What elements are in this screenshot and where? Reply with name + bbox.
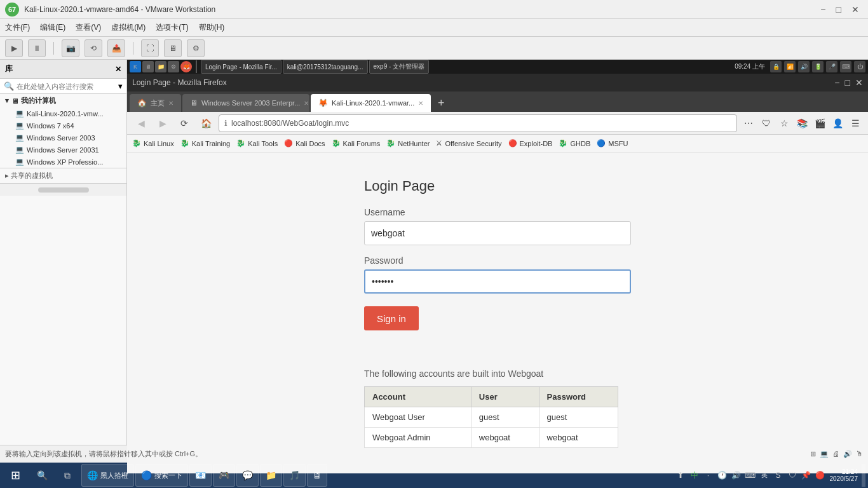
systray-lang[interactable]: 英: [759, 470, 770, 481]
kali-app-terminal[interactable]: kali@20175312taoguang...: [283, 60, 368, 74]
firefox-window-controls[interactable]: − □ ✕: [834, 78, 863, 88]
search-input[interactable]: [17, 83, 116, 90]
reload-button[interactable]: ⟳: [175, 114, 193, 132]
sidebar-item-winxp[interactable]: 💻 Windows XP Professio...: [10, 156, 126, 168]
minimize-icon[interactable]: −: [817, 3, 829, 16]
bookmark-nethunter[interactable]: 🐉 NetHunter: [386, 139, 430, 147]
menu-view[interactable]: 查看(V): [76, 22, 101, 33]
signin-button[interactable]: Sign in: [364, 306, 419, 330]
kali-app-firefox[interactable]: Login Page - Mozilla Fir...: [201, 60, 281, 74]
firefox-minimize-icon[interactable]: −: [834, 78, 839, 88]
kali-icon-1[interactable]: K: [130, 61, 141, 72]
taskbar-item-search[interactable]: 🔵 搜索一下: [135, 464, 188, 487]
tab-winserver[interactable]: 🖥 Windows Server 2003 Enterpr... ✕: [182, 94, 309, 112]
bookmark-msfu[interactable]: 🔵 MSFU: [597, 139, 628, 147]
maximize-icon[interactable]: □: [832, 3, 845, 16]
kali-icon-2[interactable]: 🖥: [142, 61, 154, 72]
kali-systray-lock[interactable]: 🔒: [770, 61, 782, 72]
close-icon[interactable]: ✕: [848, 3, 863, 16]
menu-help[interactable]: 帮助(H): [199, 22, 225, 33]
kali-systray-battery[interactable]: 🔋: [812, 61, 824, 72]
toolbar-settings-btn[interactable]: ⚙: [187, 39, 205, 57]
systray-speaker[interactable]: 🔊: [731, 470, 742, 481]
menu-icon[interactable]: ☰: [848, 116, 863, 131]
back-button[interactable]: ◀: [132, 114, 150, 132]
bookmark-kali-forums[interactable]: 🐉 Kali Forums: [332, 139, 381, 147]
bookmark-kali-docs[interactable]: 🔴 Kali Docs: [284, 139, 325, 147]
taskbar-item-app5[interactable]: 💬: [236, 464, 259, 487]
expand-icon[interactable]: ▾: [5, 97, 9, 105]
cortana-search-icon[interactable]: 🔍: [31, 464, 53, 487]
systray-icon4[interactable]: 🛡: [787, 470, 798, 481]
kali-icon-4[interactable]: ⚙: [168, 61, 179, 72]
kali-systray-audio[interactable]: 🔊: [798, 61, 810, 72]
screenshot-icon[interactable]: 🎬: [812, 116, 827, 131]
systray-show-hidden[interactable]: ⬆: [675, 470, 686, 481]
taskbar-item-app8[interactable]: 🖥: [307, 464, 327, 487]
kali-systray-mic[interactable]: 🎤: [826, 61, 837, 72]
taskbar-item-ie[interactable]: 🌐 黑人拾橙: [81, 464, 134, 487]
win-clock[interactable]: 21:24 2020/5/27: [830, 468, 858, 482]
shield-icon[interactable]: 🛡: [759, 116, 774, 131]
kali-icon-3[interactable]: 📁: [155, 61, 166, 72]
start-button[interactable]: ⊞: [3, 464, 28, 487]
toolbar-send-btn[interactable]: 📤: [107, 39, 125, 57]
toolbar-pause-btn[interactable]: ⏸: [28, 39, 46, 57]
reading-mode-icon[interactable]: 📚: [794, 116, 810, 131]
sidebar-shared-vms[interactable]: ▸ 共享的虚拟机: [0, 168, 126, 183]
tab-home-close[interactable]: ✕: [168, 100, 173, 107]
tab-kali-close[interactable]: ✕: [418, 100, 423, 107]
sidebar-item-ws2003[interactable]: 💻 Windows Server 2003: [10, 132, 126, 144]
bookmark-offensive-security[interactable]: ⚔ Offensive Security: [436, 139, 501, 147]
sidebar-close-icon[interactable]: ✕: [115, 65, 121, 74]
tab-kali[interactable]: 🦊 Kali-Linux-2020.1-vmwar... ✕: [311, 94, 431, 112]
sidebar-scroll[interactable]: [0, 183, 126, 196]
kali-systray-network[interactable]: 📶: [784, 61, 796, 72]
bookmark-exploit-db[interactable]: 🔴 Exploit-DB: [508, 139, 553, 147]
sidebar-item-kali[interactable]: 💻 Kali-Linux-2020.1-vmw...: [10, 107, 126, 119]
address-bar[interactable]: ℹ localhost:8080/WebGoat/login.mvc: [219, 114, 737, 132]
menu-tabs[interactable]: 选项卡(T): [156, 22, 188, 33]
kali-app-filemanager[interactable]: exp9 - 文件管理器: [369, 60, 430, 74]
taskbar-item-app7[interactable]: 🎵: [283, 464, 306, 487]
taskbar-item-app6[interactable]: 📁: [260, 464, 282, 487]
bookmark-ghdb[interactable]: 🐉 GHDB: [559, 139, 590, 147]
titlebar-controls[interactable]: − □ ✕: [817, 3, 863, 16]
sync-icon[interactable]: 👤: [830, 116, 845, 131]
systray-clock-icon[interactable]: 🕐: [717, 470, 728, 481]
kali-systray-keyboard[interactable]: ⌨: [840, 61, 851, 72]
systray-icon5[interactable]: 📌: [801, 470, 812, 481]
firefox-close-icon[interactable]: ✕: [855, 78, 863, 88]
bookmark-kali-tools[interactable]: 🐉 Kali Tools: [236, 139, 278, 147]
firefox-maximize-icon[interactable]: □: [845, 78, 850, 88]
toolbar-snapshot-btn[interactable]: 📷: [62, 39, 79, 57]
address-text[interactable]: localhost:8080/WebGoat/login.mvc: [231, 119, 731, 128]
menu-edit[interactable]: 编辑(E): [40, 22, 65, 33]
menu-vm[interactable]: 虚拟机(M): [111, 22, 146, 33]
sidebar-search[interactable]: 🔍 ▾: [0, 79, 126, 94]
toolbar-fullscreen-btn[interactable]: ⛶: [141, 39, 159, 57]
forward-button[interactable]: ▶: [154, 114, 172, 132]
home-button[interactable]: 🏠: [197, 114, 215, 132]
taskbar-item-app3[interactable]: 📧: [189, 464, 212, 487]
systray-keyboard[interactable]: ⌨: [745, 470, 756, 481]
kali-systray-power[interactable]: ⏻: [854, 61, 865, 72]
sidebar-item-ws20031[interactable]: 💻 Windows Server 20031: [10, 144, 126, 156]
tab-winserver-close[interactable]: ✕: [304, 100, 309, 107]
search-dropdown-icon[interactable]: ▾: [118, 81, 123, 91]
username-input[interactable]: [364, 221, 631, 245]
kali-icon-firefox[interactable]: 🦊: [180, 61, 192, 72]
systray-icon3[interactable]: S: [773, 470, 784, 481]
systray-ime[interactable]: 中: [689, 470, 700, 481]
show-desktop-btn[interactable]: [862, 464, 865, 487]
new-tab-button[interactable]: +: [432, 94, 450, 112]
menu-file[interactable]: 文件(F): [5, 22, 30, 33]
bookmark-kali-linux[interactable]: 🐉 Kali Linux: [132, 139, 174, 147]
bookmark-star-icon[interactable]: ☆: [776, 116, 792, 131]
toolbar-revert-btn[interactable]: ⟲: [85, 39, 102, 57]
password-input[interactable]: [364, 269, 631, 294]
systray-icon2[interactable]: ·: [703, 470, 714, 481]
bookmark-kali-training[interactable]: 🐉 Kali Training: [180, 139, 231, 147]
taskbar-item-app4[interactable]: 🎮: [213, 464, 235, 487]
task-view-btn[interactable]: ⧉: [56, 464, 79, 487]
